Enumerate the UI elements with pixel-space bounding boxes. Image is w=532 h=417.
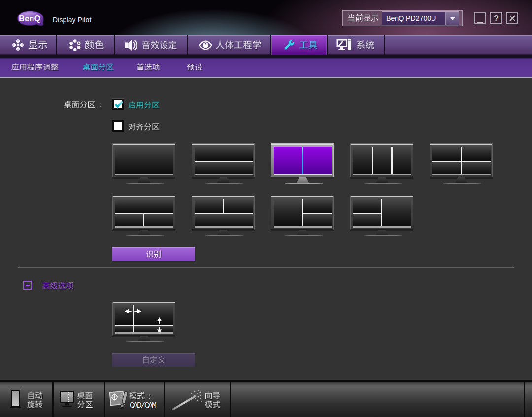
svg-text:BenQ: BenQ [19, 14, 40, 23]
